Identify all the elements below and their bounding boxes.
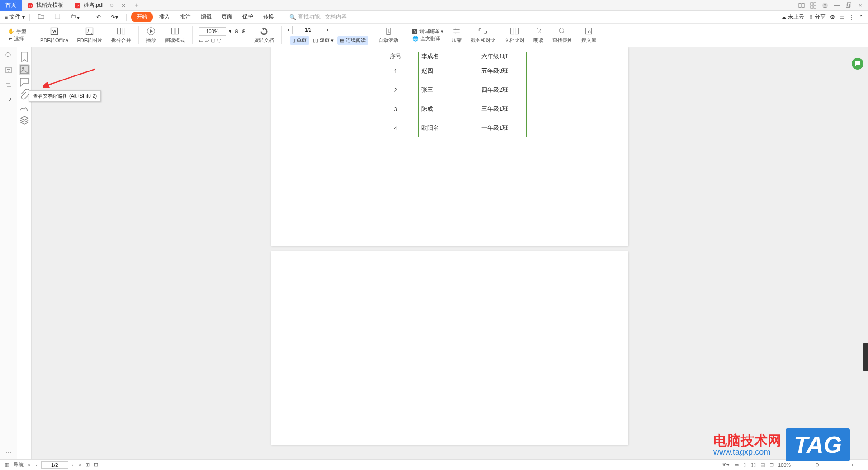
pdf-to-office-button[interactable]: WPDF转Office [37, 26, 72, 44]
not-uploaded-button[interactable]: ☁未上云 [781, 13, 804, 21]
rotate-icon [259, 26, 269, 36]
view-mode-3-icon[interactable]: ▯▯ [750, 462, 756, 468]
screenshot-button[interactable]: 截图和对比 [467, 26, 499, 44]
fit-plus-icon[interactable]: ⊞ [85, 462, 90, 468]
attachment-icon[interactable] [19, 89, 30, 100]
full-translate-button[interactable]: 🌐全文翻译 [412, 35, 443, 42]
print-button[interactable]: ▾ [67, 12, 83, 22]
menu-start[interactable]: 开始 [131, 12, 153, 22]
read-mode-button[interactable]: 阅读模式 [161, 26, 189, 44]
minimize-button[interactable]: — [833, 1, 841, 9]
tab-templates[interactable]: D 找稻壳模板 [22, 0, 69, 11]
ruler-icon[interactable]: ⊡ [769, 462, 774, 468]
fullscreen-icon[interactable]: ⛶ [859, 462, 863, 468]
prev-page-icon[interactable]: ‹ [288, 27, 290, 33]
menu-convert[interactable]: 转换 [259, 12, 278, 22]
split-merge-button[interactable]: 拆分合并 [108, 26, 135, 44]
zoom-out-icon[interactable]: ⊖ [234, 28, 239, 34]
rotate-button[interactable]: 旋转文档 [250, 26, 278, 44]
redo-button[interactable]: ↷▾ [107, 13, 122, 22]
zoom-tool-icon[interactable] [1, 48, 16, 62]
zoom-slider[interactable]: ————⊙———— [795, 462, 839, 468]
add-tab-button[interactable]: + [131, 1, 142, 9]
zoom-in-status-icon[interactable]: + [851, 462, 854, 468]
pdf-to-image-button[interactable]: PDF转图片 [74, 26, 106, 44]
side-panel-handle[interactable] [863, 343, 868, 371]
view-mode-2-icon[interactable]: ▯ [743, 462, 746, 468]
share-icon: ⇪ [809, 14, 813, 20]
next-page-icon[interactable]: › [327, 27, 329, 33]
grid-icon[interactable] [809, 1, 817, 9]
zoom-out-status-icon[interactable]: − [844, 462, 846, 468]
undo-button[interactable]: ↶ [93, 13, 104, 22]
menu-insert[interactable]: 插入 [156, 12, 174, 22]
read-aloud-button[interactable]: 朗读 [530, 26, 547, 44]
file-menu[interactable]: ≡ 文件 ▾ [5, 13, 25, 21]
bookmark-icon[interactable] [19, 52, 30, 62]
actual-size-icon[interactable]: ▢ [211, 38, 215, 43]
more-icon[interactable]: ⋮ [849, 14, 854, 20]
save-button[interactable] [51, 12, 64, 22]
collapse-ribbon-icon[interactable]: ⌃ [859, 14, 863, 20]
window-icon[interactable]: ▭ [840, 14, 844, 20]
single-page-button[interactable]: ▯单页 [290, 36, 309, 45]
select-tool[interactable]: ➤选择 [8, 35, 26, 42]
search-box[interactable]: 🔍 查找功能、文档内容 [289, 13, 347, 21]
status-page-input[interactable] [41, 461, 68, 469]
hand-tool[interactable]: ✋手型 [8, 28, 26, 35]
ocr-icon[interactable]: 字 [1, 63, 16, 77]
svg-line-34 [47, 69, 95, 85]
find-replace-button[interactable]: 查找替换 [549, 26, 576, 44]
word-translate-button[interactable]: 🅰划词翻译▾ [412, 28, 443, 35]
page-input[interactable] [292, 26, 324, 34]
annotate-side-icon[interactable] [1, 93, 16, 107]
eye-icon[interactable]: 👁▾ [722, 462, 730, 468]
document-canvas[interactable]: 序号 李成名 六年级1班 1赵四五年级3班 2张三四年级2班 3陈成三年级1班 … [32, 47, 868, 459]
menu-page[interactable]: 页面 [218, 12, 236, 22]
nav-toggle-icon[interactable]: ▥ [5, 462, 9, 468]
view-mode-1-icon[interactable]: ▭ [734, 462, 739, 468]
zoom-value[interactable]: 100% [199, 27, 226, 36]
zoom-dropdown-icon[interactable]: ▾ [229, 28, 231, 34]
menu-edit[interactable]: 编辑 [197, 12, 215, 22]
pin-icon[interactable]: ⟳ [110, 2, 114, 9]
signature-icon[interactable] [19, 102, 30, 113]
zoom-in-icon[interactable]: ⊕ [241, 28, 246, 34]
marquee-icon[interactable]: ◌ [217, 38, 222, 43]
more-side-icon[interactable]: ⋯ [1, 446, 16, 459]
next-page-icon[interactable]: › [72, 462, 74, 468]
compare-button[interactable]: 文档比对 [501, 26, 528, 44]
play-button[interactable]: 播放 [142, 26, 160, 44]
menu-protect[interactable]: 保护 [239, 12, 257, 22]
view-mode-4-icon[interactable]: ▤ [760, 462, 765, 468]
tab-home[interactable]: 首页 [0, 0, 22, 11]
auto-scroll-button[interactable]: 自动滚动 [375, 26, 402, 44]
continuous-read-button[interactable]: ▤连续阅读 [337, 36, 368, 45]
share-button[interactable]: ⇪分享 [809, 13, 826, 21]
layers-icon[interactable] [19, 115, 30, 126]
convert-image-icon [85, 26, 94, 36]
prev-page-icon[interactable]: ‹ [36, 462, 38, 468]
close-tab-icon[interactable]: × [122, 2, 125, 9]
feedback-button[interactable] [852, 58, 863, 70]
convert-icon[interactable] [1, 78, 16, 92]
search-library-button[interactable]: 搜文库 [578, 26, 600, 44]
maximize-button[interactable] [844, 1, 853, 9]
comment-icon[interactable] [19, 77, 30, 88]
fit-width-icon[interactable]: ▭ [199, 38, 203, 43]
last-page-icon[interactable]: ⇥ [77, 462, 81, 468]
compress-button[interactable]: 压缩 [448, 26, 465, 44]
settings-icon[interactable]: ⚙ [830, 14, 835, 20]
layout-icon[interactable] [797, 1, 806, 9]
first-page-icon[interactable]: ⇤ [28, 462, 32, 468]
fit-minus-icon[interactable]: ⊟ [94, 462, 98, 468]
double-page-button[interactable]: ▯▯双页▾ [310, 36, 336, 45]
menu-annotate[interactable]: 批注 [176, 12, 194, 22]
open-button[interactable] [34, 12, 48, 22]
tab-document[interactable]: P 姓名.pdf ⟳ × [69, 0, 131, 11]
thumbnail-icon[interactable] [19, 64, 30, 75]
svg-point-29 [6, 52, 10, 57]
close-window-button[interactable]: × [856, 1, 864, 9]
user-icon[interactable] [821, 1, 829, 9]
fit-page-icon[interactable]: ▱ [205, 38, 209, 43]
